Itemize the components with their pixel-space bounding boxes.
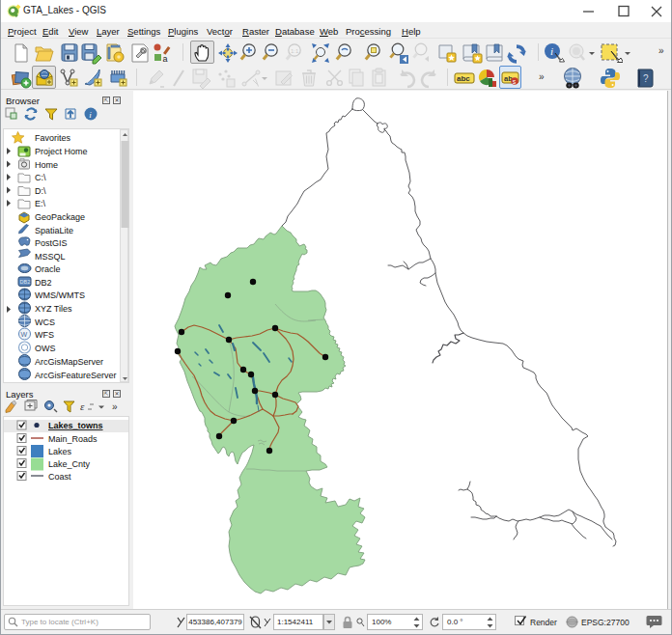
svg-text:Lakes: Lakes (48, 447, 72, 456)
svg-text:WCS: WCS (35, 318, 55, 327)
svg-text:Project Home: Project Home (35, 147, 88, 156)
svg-text:SpatiaLite: SpatiaLite (35, 226, 73, 235)
svg-text:OWS: OWS (35, 344, 56, 353)
svg-text:Oracle: Oracle (35, 264, 61, 274)
svg-text:Favorites: Favorites (35, 133, 71, 143)
svg-text:»: » (112, 401, 118, 412)
svg-text:DB2: DB2 (20, 279, 31, 285)
svg-text:?: ? (643, 73, 649, 84)
svg-text:D:\: D:\ (35, 186, 46, 196)
svg-text:WFS: WFS (35, 330, 54, 340)
svg-text:i: i (550, 45, 553, 57)
svg-text:W: W (21, 331, 28, 338)
svg-text:Lake_Cnty: Lake_Cnty (48, 459, 91, 469)
svg-text:abc: abc (457, 74, 470, 83)
svg-text:1:1: 1:1 (291, 48, 299, 54)
svg-text:WMS/WMTS: WMS/WMTS (35, 290, 85, 300)
svg-text:E:\: E:\ (35, 199, 46, 208)
svg-text:Main_Roads: Main_Roads (48, 434, 98, 444)
svg-text:ArcGisFeatureServer: ArcGisFeatureServer (35, 371, 117, 380)
svg-text:XYZ Tiles: XYZ Tiles (35, 304, 72, 314)
svg-text:Home: Home (35, 160, 58, 170)
svg-text:C:\: C:\ (35, 173, 46, 182)
svg-text:a: a (163, 54, 168, 64)
svg-text:Coast: Coast (48, 472, 71, 482)
svg-text:s: s (513, 78, 517, 85)
svg-text:MSSQL: MSSQL (35, 252, 66, 262)
svg-text:PostGIS: PostGIS (35, 238, 68, 248)
svg-text:ε: ε (80, 400, 85, 412)
svg-text:DB2: DB2 (35, 278, 52, 288)
svg-text:ArcGisMapServer: ArcGisMapServer (35, 357, 103, 367)
svg-text:Lakes_towns: Lakes_towns (48, 421, 103, 430)
svg-text:GeoPackage: GeoPackage (35, 212, 85, 222)
